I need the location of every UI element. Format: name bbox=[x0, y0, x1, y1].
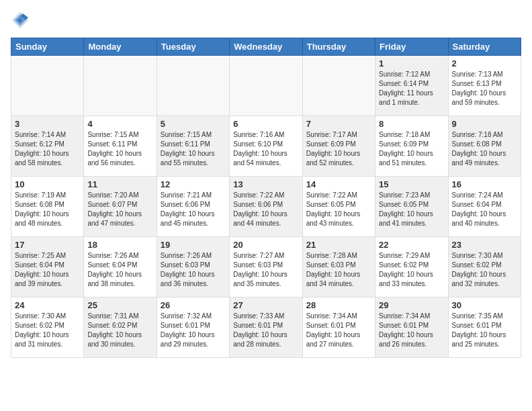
calendar-cell: 22Sunrise: 7:29 AM Sunset: 6:02 PM Dayli… bbox=[375, 237, 448, 298]
day-info: Sunrise: 7:35 AM Sunset: 6:01 PM Dayligh… bbox=[452, 312, 517, 349]
day-number: 3 bbox=[15, 119, 80, 129]
day-number: 30 bbox=[452, 300, 517, 310]
calendar-week-row: 17Sunrise: 7:25 AM Sunset: 6:04 PM Dayli… bbox=[11, 237, 521, 298]
calendar-cell bbox=[157, 56, 229, 116]
day-number: 13 bbox=[233, 179, 298, 189]
day-number: 20 bbox=[233, 240, 298, 250]
calendar-cell: 28Sunrise: 7:34 AM Sunset: 6:01 PM Dayli… bbox=[302, 298, 375, 358]
day-info: Sunrise: 7:18 AM Sunset: 6:09 PM Dayligh… bbox=[379, 130, 444, 168]
calendar-cell bbox=[11, 56, 84, 116]
calendar-cell: 24Sunrise: 7:30 AM Sunset: 6:02 PM Dayli… bbox=[11, 298, 84, 358]
day-number: 21 bbox=[306, 240, 371, 250]
calendar-cell: 2Sunrise: 7:13 AM Sunset: 6:13 PM Daylig… bbox=[448, 56, 521, 116]
column-header-sunday: Sunday bbox=[11, 38, 84, 56]
calendar-cell: 29Sunrise: 7:34 AM Sunset: 6:01 PM Dayli… bbox=[375, 298, 448, 358]
column-header-tuesday: Tuesday bbox=[157, 38, 229, 56]
day-info: Sunrise: 7:16 AM Sunset: 6:10 PM Dayligh… bbox=[233, 130, 298, 168]
day-number: 19 bbox=[161, 240, 226, 250]
day-info: Sunrise: 7:14 AM Sunset: 6:12 PM Dayligh… bbox=[15, 130, 80, 168]
day-info: Sunrise: 7:34 AM Sunset: 6:01 PM Dayligh… bbox=[379, 312, 444, 349]
column-header-monday: Monday bbox=[84, 38, 157, 56]
calendar-cell: 15Sunrise: 7:23 AM Sunset: 6:05 PM Dayli… bbox=[375, 177, 448, 237]
calendar-cell: 30Sunrise: 7:35 AM Sunset: 6:01 PM Dayli… bbox=[448, 298, 521, 358]
day-number: 1 bbox=[379, 58, 444, 68]
calendar-cell: 4Sunrise: 7:15 AM Sunset: 6:11 PM Daylig… bbox=[84, 116, 157, 177]
calendar-week-row: 24Sunrise: 7:30 AM Sunset: 6:02 PM Dayli… bbox=[11, 298, 521, 358]
calendar-cell bbox=[302, 56, 375, 116]
logo bbox=[11, 11, 32, 30]
day-info: Sunrise: 7:25 AM Sunset: 6:04 PM Dayligh… bbox=[15, 251, 80, 289]
calendar-table: SundayMondayTuesdayWednesdayThursdayFrid… bbox=[11, 38, 521, 358]
calendar-cell bbox=[84, 56, 157, 116]
day-number: 26 bbox=[161, 300, 226, 310]
day-number: 2 bbox=[452, 58, 517, 68]
calendar-cell: 10Sunrise: 7:19 AM Sunset: 6:08 PM Dayli… bbox=[11, 177, 84, 237]
calendar-cell: 14Sunrise: 7:22 AM Sunset: 6:05 PM Dayli… bbox=[302, 177, 375, 237]
day-number: 8 bbox=[379, 119, 444, 129]
calendar-header-row: SundayMondayTuesdayWednesdayThursdayFrid… bbox=[11, 38, 521, 56]
calendar-cell: 8Sunrise: 7:18 AM Sunset: 6:09 PM Daylig… bbox=[375, 116, 448, 177]
day-info: Sunrise: 7:22 AM Sunset: 6:05 PM Dayligh… bbox=[306, 191, 371, 228]
day-number: 9 bbox=[452, 119, 517, 129]
day-number: 18 bbox=[87, 240, 152, 250]
day-info: Sunrise: 7:19 AM Sunset: 6:08 PM Dayligh… bbox=[15, 191, 80, 228]
day-info: Sunrise: 7:20 AM Sunset: 6:07 PM Dayligh… bbox=[87, 191, 152, 228]
calendar-cell: 18Sunrise: 7:26 AM Sunset: 6:04 PM Dayli… bbox=[84, 237, 157, 298]
calendar-cell: 21Sunrise: 7:28 AM Sunset: 6:03 PM Dayli… bbox=[302, 237, 375, 298]
day-number: 22 bbox=[379, 240, 444, 250]
day-number: 16 bbox=[452, 179, 517, 189]
day-info: Sunrise: 7:26 AM Sunset: 6:04 PM Dayligh… bbox=[87, 251, 152, 289]
column-header-friday: Friday bbox=[375, 38, 448, 56]
day-info: Sunrise: 7:31 AM Sunset: 6:02 PM Dayligh… bbox=[87, 312, 152, 349]
calendar-cell: 3Sunrise: 7:14 AM Sunset: 6:12 PM Daylig… bbox=[11, 116, 84, 177]
calendar-cell: 23Sunrise: 7:30 AM Sunset: 6:02 PM Dayli… bbox=[448, 237, 521, 298]
calendar-week-row: 3Sunrise: 7:14 AM Sunset: 6:12 PM Daylig… bbox=[11, 116, 521, 177]
calendar-week-row: 1Sunrise: 7:12 AM Sunset: 6:14 PM Daylig… bbox=[11, 56, 521, 116]
calendar-cell: 13Sunrise: 7:22 AM Sunset: 6:06 PM Dayli… bbox=[230, 177, 302, 237]
calendar-cell: 6Sunrise: 7:16 AM Sunset: 6:10 PM Daylig… bbox=[230, 116, 302, 177]
calendar-week-row: 10Sunrise: 7:19 AM Sunset: 6:08 PM Dayli… bbox=[11, 177, 521, 237]
day-number: 5 bbox=[161, 119, 226, 129]
page-header bbox=[11, 11, 521, 30]
day-number: 15 bbox=[379, 179, 444, 189]
calendar-cell: 5Sunrise: 7:15 AM Sunset: 6:11 PM Daylig… bbox=[157, 116, 229, 177]
day-number: 28 bbox=[306, 300, 371, 310]
day-number: 24 bbox=[15, 300, 80, 310]
day-number: 11 bbox=[87, 179, 152, 189]
day-info: Sunrise: 7:32 AM Sunset: 6:01 PM Dayligh… bbox=[161, 312, 226, 349]
calendar-cell: 27Sunrise: 7:33 AM Sunset: 6:01 PM Dayli… bbox=[230, 298, 302, 358]
calendar-cell: 19Sunrise: 7:26 AM Sunset: 6:03 PM Dayli… bbox=[157, 237, 229, 298]
day-info: Sunrise: 7:24 AM Sunset: 6:04 PM Dayligh… bbox=[452, 191, 517, 228]
day-info: Sunrise: 7:30 AM Sunset: 6:02 PM Dayligh… bbox=[452, 251, 517, 289]
day-number: 17 bbox=[15, 240, 80, 250]
day-number: 4 bbox=[87, 119, 152, 129]
day-number: 10 bbox=[15, 179, 80, 189]
day-number: 12 bbox=[161, 179, 226, 189]
day-number: 6 bbox=[233, 119, 298, 129]
calendar-cell: 12Sunrise: 7:21 AM Sunset: 6:06 PM Dayli… bbox=[157, 177, 229, 237]
day-number: 29 bbox=[379, 300, 444, 310]
column-header-thursday: Thursday bbox=[302, 38, 375, 56]
day-info: Sunrise: 7:17 AM Sunset: 6:09 PM Dayligh… bbox=[306, 130, 371, 168]
day-info: Sunrise: 7:21 AM Sunset: 6:06 PM Dayligh… bbox=[161, 191, 226, 228]
calendar-cell: 25Sunrise: 7:31 AM Sunset: 6:02 PM Dayli… bbox=[84, 298, 157, 358]
calendar-cell: 20Sunrise: 7:27 AM Sunset: 6:03 PM Dayli… bbox=[230, 237, 302, 298]
day-info: Sunrise: 7:34 AM Sunset: 6:01 PM Dayligh… bbox=[306, 312, 371, 349]
day-number: 7 bbox=[306, 119, 371, 129]
calendar-cell: 26Sunrise: 7:32 AM Sunset: 6:01 PM Dayli… bbox=[157, 298, 229, 358]
day-number: 25 bbox=[87, 300, 152, 310]
logo-icon bbox=[11, 11, 30, 30]
day-info: Sunrise: 7:26 AM Sunset: 6:03 PM Dayligh… bbox=[161, 251, 226, 289]
day-info: Sunrise: 7:13 AM Sunset: 6:13 PM Dayligh… bbox=[452, 70, 517, 107]
column-header-wednesday: Wednesday bbox=[230, 38, 302, 56]
day-info: Sunrise: 7:15 AM Sunset: 6:11 PM Dayligh… bbox=[87, 130, 152, 168]
calendar-cell: 17Sunrise: 7:25 AM Sunset: 6:04 PM Dayli… bbox=[11, 237, 84, 298]
day-info: Sunrise: 7:22 AM Sunset: 6:06 PM Dayligh… bbox=[233, 191, 298, 228]
calendar-cell: 1Sunrise: 7:12 AM Sunset: 6:14 PM Daylig… bbox=[375, 56, 448, 116]
calendar-cell: 9Sunrise: 7:18 AM Sunset: 6:08 PM Daylig… bbox=[448, 116, 521, 177]
day-number: 23 bbox=[452, 240, 517, 250]
day-info: Sunrise: 7:15 AM Sunset: 6:11 PM Dayligh… bbox=[161, 130, 226, 168]
day-number: 27 bbox=[233, 300, 298, 310]
day-info: Sunrise: 7:33 AM Sunset: 6:01 PM Dayligh… bbox=[233, 312, 298, 349]
day-info: Sunrise: 7:28 AM Sunset: 6:03 PM Dayligh… bbox=[306, 251, 371, 289]
